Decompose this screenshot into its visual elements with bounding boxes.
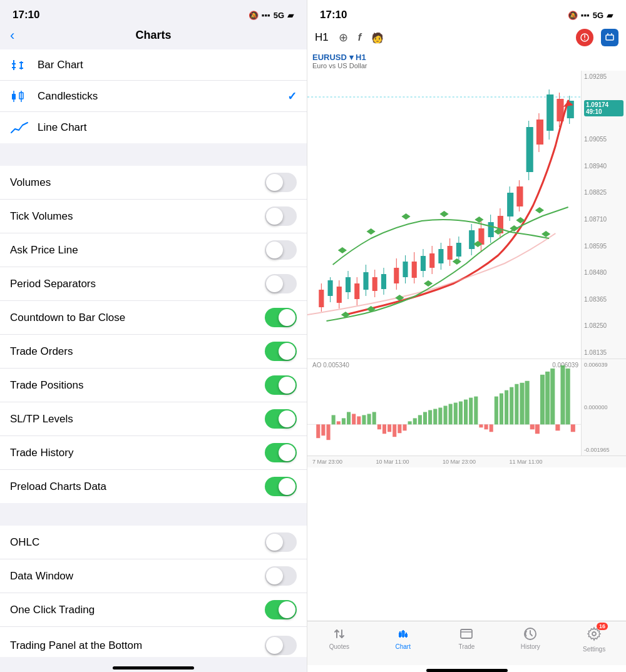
toggle-ask-price[interactable]: Ask Price Line — [0, 233, 307, 267]
trade-orders-toggle[interactable] — [265, 342, 297, 361]
tab-bar: Quotes Chart Trade — [307, 621, 626, 665]
left-panel: 17:10 🔕 ▪▪▪ 5G ▰ ‹ Charts Bar Chart — [0, 0, 307, 672]
tab-chart[interactable]: Chart — [371, 626, 435, 653]
tab-settings[interactable]: 16 Settings — [562, 626, 626, 653]
toggle-one-click[interactable]: One Click Trading — [0, 593, 307, 627]
svg-rect-66 — [546, 94, 553, 131]
preload-label: Preload Charts Data — [10, 481, 265, 493]
svg-rect-135 — [550, 369, 555, 424]
volumes-toggle[interactable] — [265, 173, 297, 192]
toggle-data-window[interactable]: Data Window — [0, 559, 307, 593]
toggle-trading-panel[interactable]: Trading Panel at the Bottom — [0, 627, 307, 657]
svg-rect-111 — [428, 410, 432, 424]
svg-rect-116 — [454, 403, 458, 425]
svg-rect-108 — [413, 418, 417, 424]
ask-price-label: Ask Price Line — [10, 244, 265, 257]
svg-marker-82 — [367, 228, 376, 235]
toggle-sltp[interactable]: SL/TP Levels — [0, 402, 307, 436]
time-4: 11 Mar 11:00 — [509, 459, 542, 465]
current-price-time: 49:10 — [586, 108, 622, 115]
one-click-toggle[interactable] — [265, 600, 297, 619]
back-button[interactable]: ‹ — [10, 28, 14, 44]
quotes-label: Quotes — [329, 643, 349, 650]
price-4: 1.08940 — [584, 163, 623, 170]
trade-history-label: Trade History — [10, 447, 265, 459]
price-9: 1.08365 — [584, 296, 623, 303]
countdown-label: Countdown to Bar Close — [10, 312, 265, 324]
svg-rect-92 — [332, 415, 336, 424]
signal-bars-right: ▪▪▪ — [581, 11, 590, 20]
svg-rect-132 — [535, 424, 540, 434]
price-axis: 1.09285 1.09174 49:10 1.09055 1.08940 1.… — [581, 71, 626, 359]
chart-type-line[interactable]: Line Chart — [0, 112, 307, 143]
ohlc-toggle[interactable] — [265, 532, 297, 552]
svg-rect-13 — [606, 35, 613, 40]
nav-bar-left: ‹ Charts — [0, 26, 307, 49]
svg-rect-64 — [536, 120, 543, 145]
svg-marker-76 — [453, 258, 461, 265]
formula-icon[interactable]: f — [358, 32, 361, 43]
network-right: 5G — [593, 11, 603, 20]
svg-rect-125 — [500, 394, 503, 425]
toggle-trade-history[interactable]: Trade History — [0, 436, 307, 470]
price-7: 1.08595 — [584, 243, 623, 250]
candlestick-icon — [10, 89, 29, 104]
home-indicator-right — [426, 669, 508, 672]
chart-type-bar[interactable]: Bar Chart — [0, 49, 307, 81]
price-11: 1.08135 — [584, 349, 623, 356]
chart-type-section: Bar Chart Candlesticks ✓ Line Chart — [0, 49, 307, 143]
svg-rect-100 — [372, 412, 376, 424]
toggle-volumes[interactable]: Volumes — [0, 166, 307, 200]
trade-positions-toggle[interactable] — [265, 375, 297, 395]
time-axis: 7 Mar 23:00 10 Mar 11:00 10 Mar 23:00 11… — [307, 456, 626, 467]
trade-history-toggle[interactable] — [265, 443, 297, 462]
toggle-countdown[interactable]: Countdown to Bar Close — [0, 301, 307, 335]
ask-price-toggle[interactable] — [265, 240, 297, 260]
main-chart-container[interactable]: 1.09285 1.09174 49:10 1.09055 1.08940 1.… — [307, 71, 626, 359]
tick-volumes-toggle[interactable] — [265, 206, 297, 226]
volumes-label: Volumes — [10, 176, 265, 189]
tab-quotes[interactable]: Quotes — [307, 626, 371, 653]
toggle-trade-orders[interactable]: Trade Orders — [0, 335, 307, 369]
trading-panel-toggle[interactable] — [265, 636, 297, 655]
ao-price-top: 0.006039 — [584, 362, 623, 368]
tab-trade[interactable]: Trade — [435, 626, 499, 653]
data-window-toggle[interactable] — [265, 566, 297, 586]
red-icon-button[interactable] — [576, 29, 593, 46]
time-1: 7 Mar 23:00 — [312, 459, 342, 465]
status-icons-right: 🔕 ▪▪▪ 5G ▰ — [568, 10, 613, 20]
toggle-ohlc[interactable]: OHLC — [0, 526, 307, 559]
chart-type-candlestick[interactable]: Candlesticks ✓ — [0, 81, 307, 112]
toggle-period-sep[interactable]: Period Separators — [0, 267, 307, 301]
period-sep-toggle[interactable] — [265, 274, 297, 293]
toggle-preload[interactable]: Preload Charts Data — [0, 470, 307, 503]
battery-right: ▰ — [607, 10, 613, 20]
crosshair-icon[interactable]: ⊕ — [339, 31, 348, 44]
toggle-section-1: Volumes Tick Volumes Ask Price Line Peri… — [0, 166, 307, 503]
price-5: 1.08825 — [584, 189, 623, 196]
svg-rect-131 — [530, 424, 535, 429]
blue-icon-button[interactable] — [601, 29, 618, 46]
svg-rect-22 — [337, 287, 342, 303]
tick-volumes-label: Tick Volumes — [10, 210, 265, 223]
svg-rect-129 — [520, 383, 524, 425]
svg-rect-99 — [367, 414, 371, 424]
time-3: 10 Mar 23:00 — [443, 459, 476, 465]
svg-rect-143 — [399, 633, 401, 637]
trading-panel-label: Trading Panel at the Bottom — [10, 639, 265, 652]
sltp-toggle[interactable] — [265, 409, 297, 429]
svg-marker-81 — [338, 247, 347, 253]
countdown-toggle[interactable] — [265, 308, 297, 327]
chart-tab-icon — [396, 626, 411, 641]
price-3: 1.09055 — [584, 136, 623, 143]
svg-rect-128 — [515, 384, 518, 425]
svg-marker-80 — [535, 207, 544, 213]
toggle-tick-volumes[interactable]: Tick Volumes — [0, 200, 307, 233]
candlestick-label: Candlesticks — [38, 90, 287, 103]
indicator-icon[interactable]: 🧑 — [371, 32, 384, 44]
toggle-trade-positions[interactable]: Trade Positions — [0, 369, 307, 402]
preload-toggle[interactable] — [265, 477, 297, 496]
timeframe-button[interactable]: H1 — [315, 31, 329, 44]
tab-history[interactable]: History — [498, 626, 562, 653]
svg-rect-95 — [347, 412, 351, 424]
